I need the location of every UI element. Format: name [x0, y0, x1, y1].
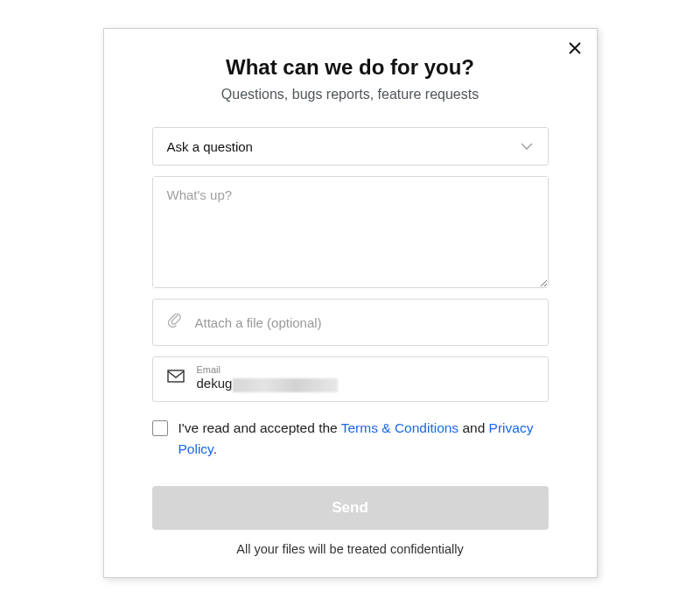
modal-header: What can we do for you? Questions, bugs … — [152, 55, 549, 102]
consent-text: I've read and accepted the Terms & Condi… — [178, 418, 549, 460]
paperclip-icon — [167, 312, 183, 333]
topic-select[interactable]: Ask a question — [152, 127, 549, 166]
consent-prefix: I've read and accepted the — [178, 420, 341, 435]
modal-title: What can we do for you? — [152, 55, 549, 80]
svg-rect-0 — [168, 370, 184, 382]
consent-row: I've read and accepted the Terms & Condi… — [152, 418, 549, 460]
attach-file-field[interactable]: Attach a file (optional) — [152, 299, 549, 346]
envelope-icon — [167, 370, 185, 387]
consent-checkbox[interactable] — [152, 420, 168, 436]
chevron-down-icon — [520, 138, 534, 154]
contact-modal: What can we do for you? Questions, bugs … — [103, 28, 598, 577]
message-textarea[interactable] — [153, 177, 548, 287]
close-icon[interactable] — [569, 41, 581, 57]
message-field-wrapper — [152, 176, 549, 288]
confidential-note: All your files will be treated confident… — [152, 542, 549, 556]
consent-suffix: . — [214, 441, 217, 456]
topic-selected-label: Ask a question — [167, 139, 253, 154]
terms-link[interactable]: Terms & Conditions — [341, 420, 458, 435]
consent-middle: and — [458, 420, 488, 435]
email-content: Email dekug — [197, 364, 339, 391]
email-label: Email — [197, 364, 339, 375]
email-visible-part: dekug — [197, 376, 233, 391]
email-redacted-part — [233, 378, 338, 392]
email-value: dekug — [197, 376, 339, 391]
send-button[interactable]: Send — [152, 486, 549, 530]
email-field[interactable]: Email dekug — [152, 356, 549, 401]
modal-subtitle: Questions, bugs reports, feature request… — [152, 87, 549, 102]
attach-label: Attach a file (optional) — [195, 315, 322, 330]
